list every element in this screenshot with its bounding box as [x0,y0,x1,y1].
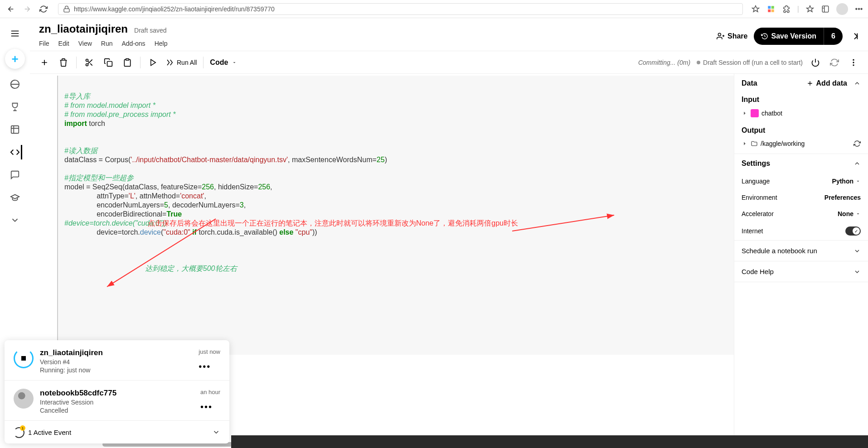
extensions-icon[interactable] [782,5,791,14]
power-button[interactable] [809,56,822,69]
event-item[interactable]: notebookb58cdfc775 Interactive Session C… [5,381,229,421]
internet-label: Internet [742,227,763,235]
event-more-button[interactable]: ••• [200,402,220,412]
environment-label: Environment [742,194,777,201]
svg-point-13 [853,62,854,63]
input-item-label: chatbot [761,110,782,117]
input-tree-item[interactable]: chatbot [742,107,861,119]
run-all-button[interactable]: Run All [166,58,197,67]
svg-rect-1 [768,6,771,9]
environment-row: Environment Preferences [734,189,868,206]
active-event-icon: 1 [14,427,24,437]
profile-avatar[interactable] [836,3,848,15]
version-count: 6 [824,28,843,45]
schedule-label: Schedule a notebook run [742,247,817,255]
more-icon[interactable]: ••• [854,5,863,14]
chevron-down-icon[interactable] [212,428,220,436]
popup-footer[interactable]: 1 1 Active Event [5,421,229,443]
share-icon [717,32,725,40]
menu-run[interactable]: Run [101,40,113,47]
svg-point-12 [853,59,854,60]
data-title: Data [742,79,757,87]
address-bar[interactable]: https://www.kaggle.com/jinqiaoli252/zn-l… [58,3,743,15]
input-subtitle: Input [742,96,861,104]
svg-rect-4 [771,9,774,12]
menu-addons[interactable]: Add-ons [121,40,145,47]
sidebar-toggle[interactable] [849,31,859,41]
datasets-icon[interactable] [8,122,22,137]
cell-type-dropdown[interactable]: Code [210,58,237,67]
chevron-down-icon [853,247,861,255]
notebook-title[interactable]: zn_liaotainjiqiren [39,23,128,35]
codehelp-section[interactable]: Code Help [734,261,868,282]
folder-icon [751,140,758,147]
draft-status: Draft saved [134,27,167,34]
code-cell[interactable]: #导入库 # from model.model import * # from … [57,76,734,355]
internet-toggle[interactable] [845,226,861,236]
output-tree-item[interactable]: /kaggle/working [742,138,861,149]
settings-section-header[interactable]: Settings [734,154,868,173]
courses-icon[interactable] [8,190,22,205]
commit-status: Committing... (0m) [638,59,690,66]
folder-icon [751,109,759,117]
discussions-icon[interactable] [8,168,22,182]
accelerator-row: Accelerator None [734,206,868,222]
svg-rect-10 [107,61,112,66]
menu-edit[interactable]: Edit [58,40,69,47]
event-more-button[interactable]: ••• [199,361,220,372]
hamburger-menu[interactable] [8,26,22,41]
share-label: Share [727,32,747,40]
reading-view-icon[interactable] [751,5,760,14]
schedule-section[interactable]: Schedule a notebook run [734,241,868,261]
console-footer[interactable] [231,435,868,448]
back-button[interactable] [5,3,17,15]
add-cell-button[interactable] [38,56,51,69]
annotation-text: 点击保存后将会在这里出现一个正在运行的笔记本，注意此时就可以将环境重新改为Non… [148,219,518,228]
svg-rect-5 [822,6,829,12]
event-subtitle: Version #4 [40,358,192,366]
apps-icon[interactable] [766,5,776,14]
running-spinner-icon [14,348,34,368]
code-icon[interactable] [8,145,22,159]
home-icon[interactable] [8,77,22,92]
cut-button[interactable] [83,56,96,69]
plus-icon [806,80,814,87]
run-cell-button[interactable] [147,56,160,69]
code-line: #读入数据 [64,147,97,154]
accelerator-label: Accelerator [742,210,774,217]
collections-icon[interactable] [821,5,830,14]
menu-view[interactable]: View [78,40,92,47]
paste-button[interactable] [121,56,134,69]
event-subtitle: Interactive Session [40,399,194,406]
event-item[interactable]: zn_liaotainjiqiren Version #4 Running: j… [5,340,229,381]
more-options-button[interactable] [847,56,860,69]
add-data-button[interactable]: Add data [806,79,847,87]
svg-point-14 [853,64,854,66]
forward-button[interactable] [21,3,34,15]
codehelp-label: Code Help [742,268,774,275]
more-nav-icon[interactable] [8,213,22,227]
event-time: just now [199,348,220,355]
restart-button[interactable] [828,56,841,69]
create-button[interactable]: + [5,49,25,69]
settings-title: Settings [742,159,770,168]
code-line: #指定模型和一些超参 [64,174,134,182]
favorites-icon[interactable] [805,5,815,14]
svg-rect-0 [64,9,69,12]
refresh-icon[interactable] [853,140,861,147]
reload-button[interactable] [37,3,50,15]
events-popup: zn_liaotainjiqiren Version #4 Running: j… [5,340,229,443]
share-button[interactable]: Share [717,32,747,40]
competitions-icon[interactable] [8,100,22,114]
menu-file[interactable]: File [39,40,49,47]
menu-help[interactable]: Help [155,40,168,47]
delete-cell-button[interactable] [57,56,70,69]
svg-rect-2 [771,6,774,9]
environment-link[interactable]: Preferences [824,194,861,201]
copy-button[interactable] [102,56,115,69]
language-dropdown[interactable]: Python [832,178,861,185]
accelerator-dropdown[interactable]: None [838,210,861,217]
data-section-header[interactable]: Data Add data [734,74,868,93]
svg-point-8 [86,59,88,61]
save-version-button[interactable]: Save Version 6 [754,28,843,45]
